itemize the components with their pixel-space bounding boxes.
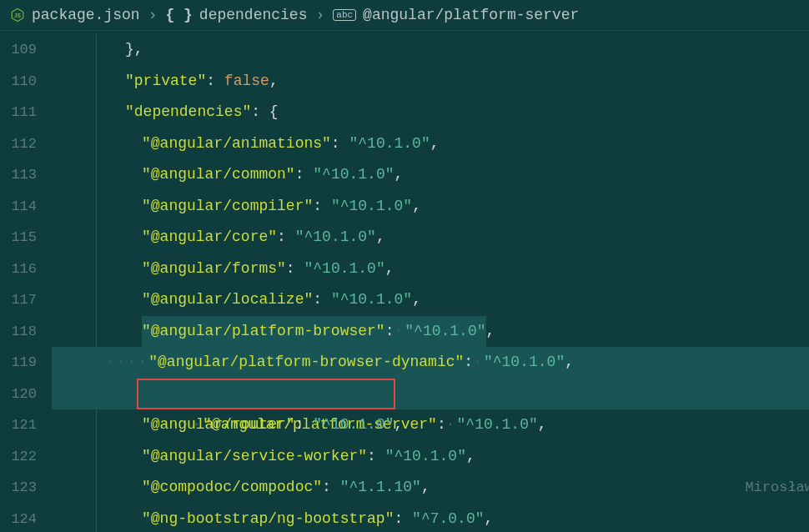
code-line[interactable]: "@angular/service-worker": "^10.1.0", (52, 441, 809, 473)
code-line[interactable]: "@angular/platform-browser":·"^10.1.0", (52, 316, 809, 348)
line-number[interactable]: 111 (0, 97, 52, 128)
line-number[interactable]: 114 (0, 191, 52, 223)
chevron-right-icon: › (148, 7, 158, 23)
line-number[interactable]: 115 (0, 222, 52, 253)
line-number[interactable]: 119 (0, 347, 52, 379)
code-line[interactable]: ····"@angular/platform-server":·"^10.1.0… (52, 379, 809, 410)
line-number[interactable]: 113 (0, 159, 52, 191)
line-number[interactable]: 112 (0, 128, 52, 160)
abc-icon: abc (333, 9, 356, 21)
line-number[interactable]: 121 (0, 409, 52, 441)
code-line[interactable]: "@compodoc/compodoc": "^1.1.10", (52, 472, 809, 504)
breadcrumb[interactable]: JS package.json › { } dependencies › abc… (0, 0, 809, 31)
code-line[interactable]: "private": false, (52, 66, 809, 98)
code-line[interactable]: "@angular/animations": "^10.1.0", (52, 128, 809, 160)
line-number[interactable]: 124 (0, 504, 52, 533)
breadcrumb-property-label: @angular/platform-server (363, 7, 579, 23)
code-line[interactable]: "@angular/common": "^10.1.0", (52, 159, 809, 191)
highlight-box (137, 379, 395, 409)
breadcrumb-file[interactable]: JS package.json (10, 7, 140, 23)
line-number[interactable]: 118 (0, 316, 52, 348)
line-number[interactable]: 123 (0, 472, 52, 504)
nodejs-icon: JS (10, 8, 25, 23)
line-number[interactable]: 117 (0, 284, 52, 316)
braces-icon: { } (165, 7, 192, 23)
code-line[interactable]: "@angular/compiler": "^10.1.0", (52, 191, 809, 223)
code-line[interactable]: "@angular/forms": "^10.1.0", (52, 253, 809, 285)
code-line[interactable]: ····"@angular/platform-browser-dynamic":… (52, 347, 809, 379)
code-line[interactable]: }, (52, 34, 809, 66)
breadcrumb-property[interactable]: abc @angular/platform-server (333, 7, 579, 23)
code-line[interactable]: "dependencies": { (52, 97, 809, 128)
breadcrumb-section[interactable]: { } dependencies (165, 7, 307, 23)
code-line[interactable]: "@angular/localize": "^10.1.0", (52, 284, 809, 316)
code-line[interactable]: "@ng-bootstrap/ng-bootstrap": "^7.0.0", (52, 504, 809, 533)
gutter: 109 110 111 112 113 114 115 116 117 118 … (0, 31, 52, 529)
svg-text:JS: JS (14, 13, 22, 18)
line-number[interactable]: 116 (0, 253, 52, 285)
code-line[interactable]: "@angular/core": "^10.1.0", (52, 222, 809, 253)
code-area[interactable]: }, "private": false, "dependencies": { "… (52, 31, 809, 529)
line-number[interactable]: 120 (0, 379, 52, 410)
line-number[interactable]: 110 (0, 66, 52, 98)
line-number[interactable]: 122 (0, 441, 52, 473)
code-editor[interactable]: 109 110 111 112 113 114 115 116 117 118 … (0, 31, 809, 529)
code-line[interactable]: "@angular/router": "^10.1.0", (52, 409, 809, 441)
line-number[interactable]: 109 (0, 34, 52, 66)
chevron-right-icon: › (315, 7, 324, 23)
breadcrumb-file-label: package.json (32, 7, 140, 23)
breadcrumb-section-label: dependencies (199, 7, 308, 23)
